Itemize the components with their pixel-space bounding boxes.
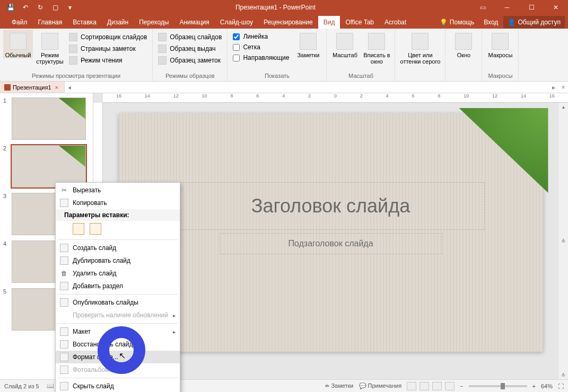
start-from-beginning-icon[interactable]: ▢	[49, 1, 62, 14]
fit-to-window-button[interactable]: Вписать в окно	[362, 30, 391, 65]
tab-view[interactable]: Вид	[318, 16, 340, 29]
redo-icon[interactable]: ↻	[34, 1, 47, 14]
paste-keep-formatting-icon[interactable]	[73, 223, 84, 235]
sorter-view-icon[interactable]	[420, 382, 429, 390]
handout-master-icon	[158, 44, 167, 53]
group-zoom-label: Масштаб	[330, 72, 391, 80]
fit-to-window-icon[interactable]: ⛶	[558, 383, 564, 389]
tab-home[interactable]: Главная	[33, 16, 68, 29]
ctx-photo-album: Фотоальбом...	[56, 363, 180, 376]
tab-transitions[interactable]: Переходы	[134, 16, 174, 29]
tab-officetab[interactable]: Office Tab	[340, 16, 379, 29]
ctx-check-updates: Проверить наличие обновлений▸	[56, 309, 180, 322]
minimize-icon[interactable]: ─	[495, 0, 519, 15]
comments-toggle[interactable]: 💬 Примечания	[359, 382, 402, 389]
close-tab-icon[interactable]: ×	[54, 84, 60, 91]
undo-icon[interactable]: ↶	[19, 1, 32, 14]
ruler-checkbox[interactable]: Линейка	[231, 32, 291, 41]
macros-button[interactable]: Макросы	[485, 30, 515, 58]
normal-view-button[interactable]: Обычный	[3, 30, 33, 58]
chevron-right-icon: ▸	[173, 313, 176, 318]
slide-sorter-button[interactable]: Сортировщик слайдов	[67, 32, 149, 42]
duplicate-icon	[60, 256, 68, 265]
ctx-publish-slides[interactable]: Опубликовать слайды	[56, 296, 180, 309]
spellcheck-icon[interactable]: 📖	[47, 382, 54, 389]
help-button[interactable]: 💡Помощь	[435, 16, 478, 29]
tab-file[interactable]: Файл	[6, 16, 33, 29]
zoom-out-icon[interactable]: −	[460, 383, 463, 389]
tab-close-pane-icon[interactable]: ×	[558, 82, 568, 93]
subtitle-placeholder[interactable]: Подзаголовок слайда	[220, 233, 442, 254]
tab-design[interactable]: Дизайн	[102, 16, 134, 29]
ribbon-options-icon[interactable]: ▭	[470, 0, 495, 15]
notes-master-button[interactable]: Образец заметок	[156, 55, 224, 66]
notes-toggle[interactable]: ≐ Заметки	[325, 382, 353, 389]
zoom-level[interactable]: 64%	[541, 383, 553, 389]
notes-pane-button[interactable]: Заметки	[293, 30, 323, 58]
slide-thumbnail[interactable]	[12, 145, 86, 188]
gridlines-checkbox[interactable]: Сетка	[231, 42, 291, 52]
ribbon-tabs: Файл Главная Вставка Дизайн Переходы Ани…	[0, 15, 568, 29]
notes-page-icon	[69, 44, 77, 53]
ctx-hide-slide[interactable]: Скрыть слайд	[56, 380, 180, 392]
slide[interactable]: Заголовок слайда Подзаголовок слайда	[119, 113, 543, 352]
qat-dropdown-icon[interactable]: ▾	[64, 1, 76, 14]
tab-scroll-left-icon[interactable]: ◂	[65, 82, 74, 93]
slide-counter[interactable]: Слайд 2 из 5	[4, 383, 39, 389]
document-tab-label: Презентация1	[13, 84, 51, 91]
context-menu: ✂Вырезать Копировать Параметры вставки: …	[55, 182, 180, 392]
close-icon[interactable]: ✕	[544, 0, 568, 15]
ctx-reset-slide[interactable]: Восстановить слайд	[56, 338, 180, 351]
signin-button[interactable]: Вход	[479, 16, 502, 29]
share-button[interactable]: 👤Общий доступ	[503, 16, 565, 29]
ctx-new-slide[interactable]: Создать слайд	[56, 242, 180, 254]
ctx-cut[interactable]: ✂Вырезать	[56, 184, 180, 197]
outline-view-button[interactable]: Режим структуры	[35, 30, 65, 65]
window-controls: ▭ ─ ☐ ✕	[470, 0, 568, 15]
title-placeholder[interactable]: Заголовок слайда	[177, 182, 485, 230]
zoom-in-icon[interactable]: +	[532, 383, 536, 389]
normal-view-icon[interactable]	[407, 382, 416, 390]
reading-view-button[interactable]: Режим чтения	[67, 55, 149, 66]
reading-view-icon[interactable]	[432, 382, 442, 390]
ctx-delete-slide[interactable]: 🗑Удалить слайд	[56, 267, 180, 280]
slide-master-button[interactable]: Образец слайдов	[156, 32, 224, 42]
window-title: Презентация1 - PowerPoint	[81, 4, 470, 11]
ctx-paste-options	[56, 221, 180, 238]
maximize-icon[interactable]: ☐	[519, 0, 544, 15]
tab-review[interactable]: Рецензирование	[258, 16, 318, 29]
window-button[interactable]: Окно	[449, 30, 478, 58]
next-slide-icon[interactable]: ≛	[561, 372, 565, 378]
ctx-copy[interactable]: Копировать	[56, 197, 180, 209]
copy-icon	[60, 199, 68, 207]
handout-master-button[interactable]: Образец выдач	[156, 43, 224, 54]
color-grayscale-button[interactable]: Цвет или оттенки серого	[398, 30, 442, 65]
ctx-duplicate-slide[interactable]: Дублировать слайд	[56, 254, 180, 267]
view-buttons	[407, 382, 455, 390]
normal-view-icon	[10, 33, 27, 50]
hide-slide-icon	[60, 382, 68, 390]
reading-icon	[69, 56, 77, 65]
save-icon[interactable]: 💾	[4, 1, 17, 14]
vertical-scrollbar[interactable]: ▴ ≜ ≛	[558, 103, 568, 379]
prev-slide-icon[interactable]: ≜	[561, 238, 565, 244]
zoom-slider[interactable]	[469, 385, 527, 387]
slideshow-view-icon[interactable]	[445, 382, 455, 390]
notes-page-button[interactable]: Страницы заметок	[67, 43, 149, 54]
ctx-add-section[interactable]: Добавить раздел	[56, 280, 180, 292]
scroll-up-icon[interactable]: ▴	[562, 104, 565, 110]
ctx-format-background[interactable]: Формат фона...	[56, 351, 180, 363]
chevron-right-icon: ▸	[173, 329, 176, 335]
paste-picture-icon[interactable]	[90, 223, 101, 235]
tab-scroll-right-icon[interactable]: ▸	[549, 82, 558, 93]
tab-acrobat[interactable]: Acrobat	[379, 16, 412, 29]
zoom-button[interactable]: Масштаб	[330, 30, 360, 58]
document-tab[interactable]: Презентация1 ×	[0, 82, 65, 93]
slide-thumbnail[interactable]	[12, 97, 86, 140]
title-bar: 💾 ↶ ↻ ▢ ▾ Презентация1 - PowerPoint ▭ ─ …	[0, 0, 568, 15]
tab-insert[interactable]: Вставка	[67, 16, 102, 29]
guides-checkbox[interactable]: Направляющие	[231, 53, 291, 63]
tab-animation[interactable]: Анимация	[174, 16, 214, 29]
ctx-layout[interactable]: Макет▸	[56, 325, 180, 338]
tab-slideshow[interactable]: Слайд-шоу	[215, 16, 258, 29]
